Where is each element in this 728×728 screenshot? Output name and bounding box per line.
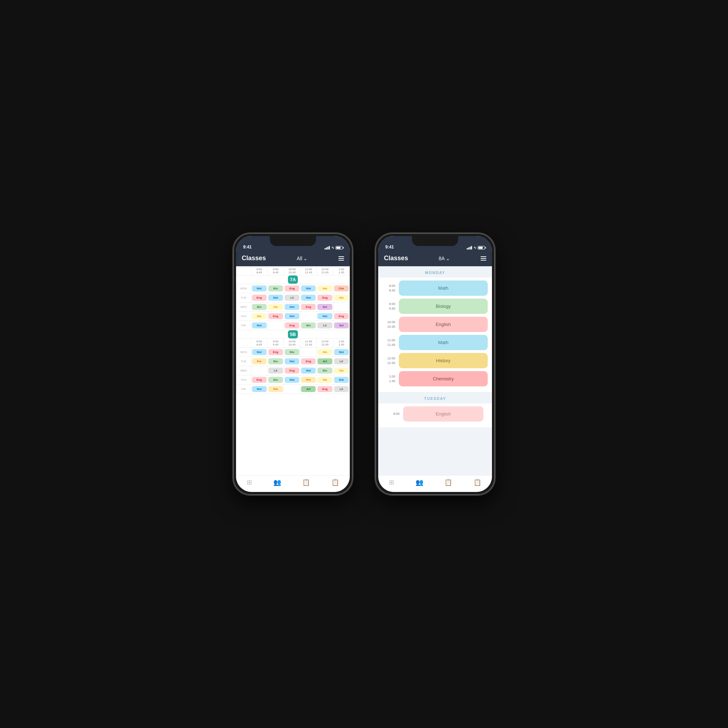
table-row: TUE Eng Mat Lit Mat Eng His — [236, 293, 350, 303]
time-col-1: 8:008:45 — [251, 267, 267, 275]
app-header-2: Classes 8A ⌄ — [378, 252, 492, 266]
class-block-history[interactable]: History — [399, 353, 488, 368]
notch-2 — [412, 236, 458, 246]
tuesday-header: TUESDAY — [378, 392, 492, 404]
phone-2: 9:41 ∿ Classes — [375, 232, 496, 496]
menu-icon-2[interactable] — [480, 256, 486, 260]
time-display: 10:00 10:45 — [382, 320, 395, 329]
time-col-6: 1:001:45 — [333, 267, 349, 275]
tab-card-1[interactable]: 📋 — [302, 479, 310, 486]
tab-note-2[interactable]: 📋 — [474, 479, 481, 486]
list-item: 11:00 11:45 Math — [382, 335, 488, 350]
time-col-2: 9:009:45 — [267, 267, 284, 275]
battery-icon-1 — [336, 246, 343, 249]
list-item: 8:00 8:45 Math — [382, 280, 488, 296]
app-title-2: Classes — [384, 254, 408, 262]
tab-people-2[interactable]: 👥 — [416, 479, 424, 486]
tab-note-1[interactable]: 📋 — [331, 479, 339, 486]
wifi-icon-2: ∿ — [474, 246, 476, 249]
class-7a-header: 7A — [288, 275, 298, 284]
status-time-2: 9:41 — [385, 245, 394, 249]
time-col-4: 11:0011:45 — [300, 267, 317, 275]
table-row: TUE Fre Bio Mat Eng Art Lit — [236, 357, 350, 366]
class-5b-header: 5B — [288, 330, 298, 338]
time-display: 1:00 1:45 — [382, 374, 395, 383]
class-block-biology[interactable]: Biology — [399, 298, 488, 314]
note-icon-2: 📋 — [474, 479, 481, 486]
detail-content: MONDAY 8:00 8:45 Math — [378, 266, 492, 475]
status-icons-2: ∿ — [467, 246, 485, 249]
tab-grid-1[interactable]: ⊞ — [247, 479, 252, 486]
table-row: MON Mat Eng Bio His Mat — [236, 348, 350, 357]
tab-grid-2[interactable]: ⊞ — [389, 479, 394, 486]
scene: 9:41 ∿ Classes — [182, 182, 546, 546]
time-col-3: 10:0010:45 — [284, 267, 300, 275]
table-row: WED Bio His Mat Eng Sci — [236, 303, 350, 312]
detail-scroll[interactable]: MONDAY 8:00 8:45 Math — [378, 266, 492, 475]
app-title-1: Classes — [242, 254, 266, 262]
corner-cell — [236, 267, 251, 275]
list-item: 9:00 9:45 Biology — [382, 298, 488, 314]
tab-card-2[interactable]: 📋 — [444, 479, 452, 486]
tuesday-schedule: 8:00 English — [378, 404, 492, 427]
battery-icon-2 — [478, 246, 485, 249]
list-item: 12:00 12:45 History — [382, 353, 488, 368]
tuesday-section: TUESDAY 8:00 English — [378, 392, 492, 427]
class-block-english[interactable]: English — [399, 317, 488, 332]
chevron-down-icon-1: ⌄ — [303, 255, 307, 261]
people-icon-1: 👥 — [273, 479, 281, 486]
tab-people-1[interactable]: 👥 — [273, 479, 281, 486]
table-row: WED Lit Eng Mat Bio His — [236, 366, 350, 375]
tab-bar-2: ⊞ 👥 📋 📋 — [378, 475, 492, 492]
tab-bar-1: ⊞ 👥 📋 📋 — [236, 475, 350, 492]
time-display: 12:00 12:45 — [382, 356, 395, 365]
phone-1: 9:41 ∿ Classes — [232, 232, 353, 496]
menu-icon-1[interactable] — [338, 256, 344, 260]
chevron-down-icon-2: ⌄ — [446, 255, 450, 261]
list-item: 10:00 10:45 English — [382, 317, 488, 332]
class-block-math-2[interactable]: Math — [399, 335, 488, 350]
monday-section: MONDAY 8:00 8:45 Math — [378, 266, 492, 392]
schedule-grid: 8:008:45 9:009:45 10:0010:45 11:0011:45 … — [236, 266, 350, 394]
grid-icon-2: ⊞ — [389, 479, 394, 486]
card-icon-2: 📋 — [444, 479, 452, 486]
time-display: 9:00 9:45 — [382, 302, 395, 310]
people-icon-2: 👥 — [416, 479, 424, 486]
table-row: THU His Eng Mat Mat Eng — [236, 312, 350, 321]
signal-icon-1 — [324, 246, 330, 249]
signal-icon-2 — [467, 246, 472, 249]
grid-container[interactable]: 8:008:45 9:009:45 10:0010:45 11:0011:45 … — [236, 266, 350, 475]
filter-button-2[interactable]: 8A ⌄ — [439, 255, 450, 261]
time-display: 11:00 11:45 — [382, 338, 395, 347]
class-block-math-1[interactable]: Math — [399, 280, 488, 296]
table-row: FRI Mat Eng Bio Lit Sci — [236, 321, 350, 330]
time-display: 8:00 — [387, 411, 399, 416]
wifi-icon-1: ∿ — [331, 246, 334, 249]
notch — [270, 236, 316, 246]
list-item: 8:00 English — [382, 406, 488, 422]
time-col-5: 12:0012:45 — [317, 267, 333, 275]
status-time-1: 9:41 — [243, 245, 252, 249]
time-display: 8:00 8:45 — [382, 284, 395, 292]
monday-schedule: 8:00 8:45 Math 9:00 9:45 Biology — [378, 278, 492, 392]
class-block-english-2[interactable]: English — [403, 406, 483, 422]
card-icon-1: 📋 — [302, 479, 310, 486]
table-row: THU Eng Bio Mat Fre His Mat — [236, 375, 350, 385]
filter-button-1[interactable]: All ⌄ — [297, 255, 308, 261]
app-header-1: Classes All ⌄ — [236, 252, 350, 266]
class-block-chemistry[interactable]: Chemistry — [399, 371, 488, 386]
monday-header: MONDAY — [378, 266, 492, 278]
table-row: FRI Mat Fre Art Eng Lit — [236, 385, 350, 394]
table-row: MON Mat Bio Eng Mat His Che — [236, 284, 350, 293]
list-item: 1:00 1:45 Chemistry — [382, 371, 488, 386]
grid-icon-1: ⊞ — [247, 479, 252, 486]
app-content-1: 8:008:45 9:009:45 10:0010:45 11:0011:45 … — [236, 266, 350, 475]
status-icons-1: ∿ — [324, 246, 343, 249]
note-icon-1: 📋 — [331, 479, 339, 486]
